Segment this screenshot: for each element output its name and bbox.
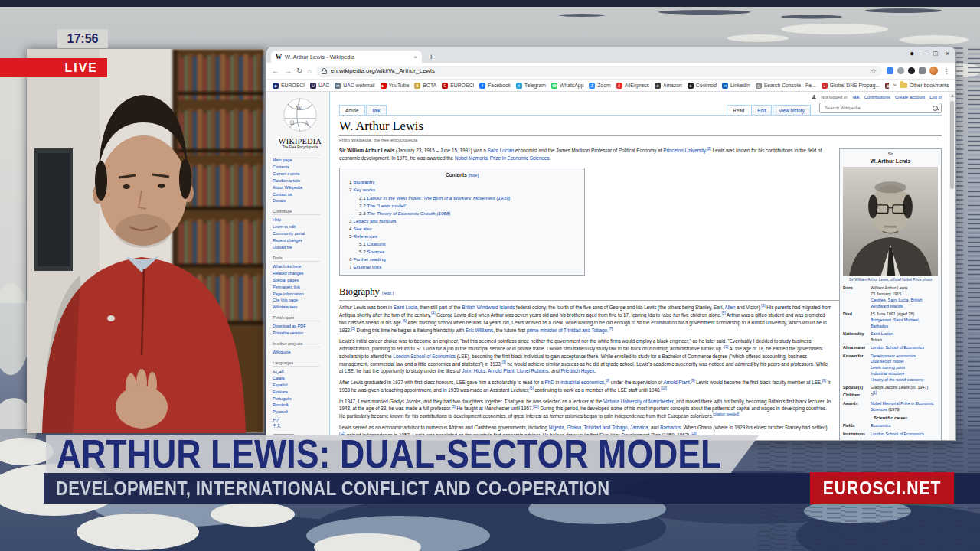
bookmark-star-icon[interactable]: ☆ xyxy=(871,67,877,75)
sidebar-link[interactable]: Español xyxy=(273,382,328,389)
sidebar-link[interactable]: What links here xyxy=(273,263,328,270)
sidebar-link[interactable]: اردو xyxy=(273,416,328,422)
page-tab[interactable]: View history xyxy=(773,105,811,115)
translate-extension-icon[interactable] xyxy=(887,67,893,74)
bookmark-item[interactable]: f Facebook xyxy=(479,83,511,89)
bookmark-item[interactable]: ▶ YouTube xyxy=(381,83,410,89)
page-tab[interactable]: Talk xyxy=(366,105,387,115)
sidebar-link[interactable]: Euskara xyxy=(273,389,328,396)
bookmark-item[interactable]: ☎ WhatsApp xyxy=(551,83,583,89)
bookmark-item[interactable]: U UAC xyxy=(310,83,329,89)
sidebar-link[interactable]: Wikidata item xyxy=(273,304,328,311)
sidebar-link[interactable]: Page information xyxy=(273,291,328,298)
sidebar-link[interactable]: Current events xyxy=(273,171,328,178)
toc-link[interactable]: Legacy and honours xyxy=(353,218,396,223)
bookmark-item[interactable]: ◆ EUROSCI xyxy=(273,83,305,89)
browser-tab[interactable]: W W. Arthur Lewis - Wikipedia × xyxy=(271,51,422,63)
sidebar-link[interactable]: Related changes xyxy=(273,270,328,277)
bookmark-item[interactable]: E EUROSCI xyxy=(442,83,474,89)
toc-link[interactable]: Key works xyxy=(353,187,375,192)
sidebar-link[interactable]: Download as PDF xyxy=(273,323,328,330)
toc-link[interactable]: Further reading xyxy=(353,256,385,262)
page-tab[interactable]: Edit xyxy=(751,105,772,115)
close-button[interactable]: × xyxy=(946,50,949,57)
sidebar-link[interactable]: Upload file xyxy=(273,244,328,251)
page-tab[interactable]: Article xyxy=(339,105,365,115)
personal-link[interactable]: Contributions xyxy=(864,95,890,99)
personal-link[interactable]: Not logged in xyxy=(821,95,847,99)
sidebar-link[interactable]: Random article xyxy=(273,178,328,184)
notification-extension-icon[interactable] xyxy=(897,67,904,74)
page-scrollbar[interactable] xyxy=(949,92,956,440)
sidebar-link[interactable]: Permanent link xyxy=(273,284,328,291)
minimize-button[interactable]: – xyxy=(922,50,926,57)
sidebar-link[interactable]: Wikiquote xyxy=(273,349,328,356)
toc-link[interactable]: The "Lewis model" xyxy=(368,203,407,208)
toc-link[interactable]: The Theory of Economic Growth (1955) xyxy=(368,210,451,216)
other-bookmarks-button[interactable]: Other bookmarks xyxy=(900,83,949,88)
toc-link[interactable]: Citations xyxy=(368,241,386,246)
profile-dot-icon[interactable]: ● xyxy=(910,49,914,57)
sidebar-link[interactable]: Contents xyxy=(273,164,328,171)
new-tab-button[interactable]: + xyxy=(429,51,433,63)
infobox-portrait[interactable] xyxy=(843,167,938,276)
wikipedia-logo[interactable]: W Ω A WIKIPEDIA The Free Encyclopedia xyxy=(273,96,328,149)
bookmark-item[interactable]: ● Global DNS Propag... xyxy=(822,83,880,89)
bookmarks-overflow-chevron[interactable]: » xyxy=(893,82,896,89)
toc-link[interactable]: References xyxy=(353,233,377,239)
forward-icon[interactable]: → xyxy=(284,67,292,75)
toc-link[interactable]: See also xyxy=(353,226,371,231)
sidebar-link[interactable]: Learn to edit xyxy=(273,223,328,230)
bookmark-item[interactable]: ✉ UAC webmail xyxy=(335,83,374,89)
sidebar-link[interactable]: Recent changes xyxy=(273,237,328,244)
bookmark-item[interactable]: B BOTA xyxy=(414,83,436,89)
toc-link[interactable]: Sources xyxy=(368,249,385,254)
maximize-button[interactable]: □ xyxy=(933,50,937,57)
address-bar[interactable]: en.wikipedia.org/wiki/W._Arthur_Lewis ☆ xyxy=(316,66,882,77)
toc-link[interactable]: Biography xyxy=(353,179,374,184)
sidebar-link[interactable]: Donate xyxy=(273,197,328,204)
reload-icon[interactable]: ↻ xyxy=(296,67,302,75)
scrollbar-thumb[interactable] xyxy=(950,101,954,189)
bookmark-item[interactable]: Z Zoom xyxy=(589,83,610,89)
browser-menu-icon[interactable]: ⋮ xyxy=(943,67,950,75)
profile-avatar[interactable] xyxy=(929,67,938,75)
bookmark-item[interactable]: ➤ Telegram xyxy=(516,83,546,89)
personal-link[interactable]: Create account xyxy=(895,95,925,99)
sidebar-link[interactable]: Русский xyxy=(273,409,328,416)
bookmark-item[interactable]: in LinkedIn xyxy=(722,83,750,89)
sidebar-link[interactable]: Help xyxy=(273,217,328,223)
bookmark-item[interactable]: c Coolmod xyxy=(688,83,717,89)
sidebar-link[interactable]: Special pages xyxy=(273,277,328,284)
bookmark-item[interactable]: a Amazon xyxy=(655,83,682,89)
edit-section-link[interactable]: [ edit ] xyxy=(382,291,394,295)
sidebar-link[interactable]: Community portal xyxy=(273,230,328,237)
home-icon[interactable]: ⌂ xyxy=(307,67,311,75)
bookmark-item[interactable]: A AliExpress xyxy=(616,83,649,89)
sidebar-link[interactable]: Português xyxy=(273,396,328,403)
back-icon[interactable]: ← xyxy=(272,67,279,75)
sidebar-link[interactable]: Română xyxy=(273,402,328,409)
url-text[interactable]: en.wikipedia.org/wiki/W._Arthur_Lewis xyxy=(331,67,867,74)
sidebar-link[interactable]: About Wikipedia xyxy=(273,184,328,191)
sidebar-link[interactable]: Printable version xyxy=(273,330,328,337)
toc-link[interactable]: External links xyxy=(353,264,381,269)
sidebar-link[interactable]: 中文 xyxy=(273,422,328,429)
tab-close-icon[interactable]: × xyxy=(413,54,417,60)
sidebar-link[interactable]: Català xyxy=(273,375,328,382)
bookmark-item[interactable]: ▦ Livre - ARA - Alme... xyxy=(885,83,889,89)
personal-link[interactable]: Talk xyxy=(851,95,859,99)
sidebar-link[interactable]: Cite this page xyxy=(273,297,328,304)
sidebar-link[interactable]: العربية xyxy=(273,368,328,375)
wiki-search-box[interactable] xyxy=(819,103,942,113)
sidebar-link[interactable]: Contact us xyxy=(273,191,328,198)
personal-link[interactable]: Log in xyxy=(929,95,942,99)
bookmark-item[interactable]: ◎ Search Console - Fe... xyxy=(756,83,816,89)
sidebar-link[interactable]: Main page xyxy=(273,157,328,164)
extensions-puzzle-icon[interactable] xyxy=(919,67,926,74)
toc-hide-toggle[interactable]: [hide] xyxy=(469,173,479,178)
toc-link[interactable]: Labour in the West Indies: The Birth of … xyxy=(368,195,511,201)
wiki-search-input[interactable] xyxy=(823,105,933,111)
page-tab[interactable]: Read xyxy=(727,105,750,115)
dark-reader-extension-icon[interactable] xyxy=(908,67,915,74)
